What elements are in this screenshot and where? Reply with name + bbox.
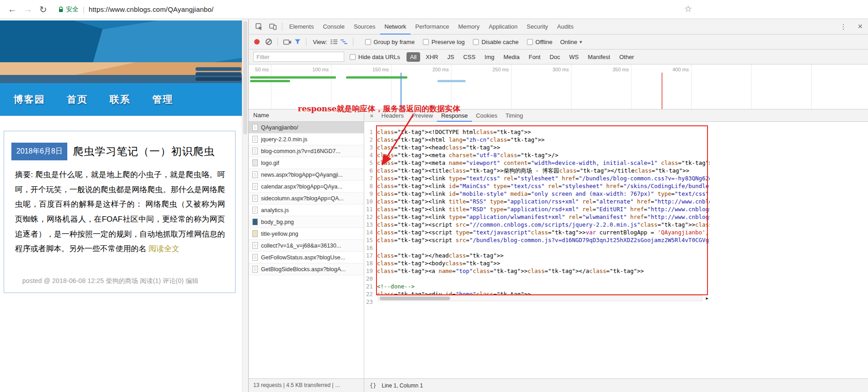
request-row[interactable]: jquery-2.2.0.min.js (249, 134, 364, 145)
request-row[interactable]: logo.gif (249, 157, 364, 169)
address-bar[interactable]: 安全 | https://www.cnblogs.com/QAyangjianb… (58, 5, 214, 14)
view-label: View: (313, 39, 327, 45)
filter-type-font[interactable]: Font (525, 52, 544, 62)
document-icon (252, 242, 258, 249)
code-text: class="tk-tag"><titleclass="tk-tag">>柴狗的… (377, 167, 689, 174)
response-code-line: 15class="tk-tag"><script src="/bundles/b… (364, 236, 710, 244)
devtools-tab-audits[interactable]: Audits (552, 19, 578, 35)
filter-type-xhr[interactable]: XHR (422, 52, 442, 62)
devtools-tab-sources[interactable]: Sources (349, 19, 380, 35)
response-code-line: 1class="tk-tag"><!DOCTYPE htmlclass="tk-… (364, 128, 710, 136)
request-name: analytics.js (261, 207, 289, 213)
checkbox-group-by-frame[interactable]: Group by frame (365, 39, 415, 45)
request-row[interactable]: calendar.aspx?blogApp=QAya... (249, 181, 364, 193)
response-subtab-timing[interactable]: Timing (502, 109, 527, 122)
filter-type-img[interactable]: Img (481, 52, 498, 62)
checkbox-offline[interactable]: Offline (527, 39, 552, 45)
scroll-right-icon[interactable]: ▸ (706, 295, 708, 301)
nav-item-[interactable]: 联系 (110, 93, 130, 106)
reload-button[interactable]: ↻ (35, 4, 51, 15)
request-row[interactable]: GetFollowStatus.aspx?blogUse... (249, 252, 364, 263)
filter-type-all[interactable]: All (406, 52, 420, 62)
document-icon (252, 254, 258, 261)
capture-screenshots-icon[interactable] (283, 39, 291, 45)
request-name: body_bg.png (261, 219, 294, 225)
nav-item-[interactable]: 博客园 (14, 93, 45, 106)
devtools-tab-network[interactable]: Network (380, 19, 411, 35)
request-row[interactable]: body_bg.png (249, 216, 364, 228)
script-icon (252, 207, 258, 213)
page-scrollbar-thumb[interactable] (243, 21, 247, 134)
filter-type-other[interactable]: Other (616, 52, 638, 62)
devtools-tab-console[interactable]: Console (318, 19, 349, 35)
back-button[interactable]: ← (5, 4, 20, 15)
code-text: class="tk-tag"><meta charset="utf-8"clas… (377, 151, 558, 159)
waterfall-overview-icon[interactable] (341, 39, 347, 45)
request-row[interactable]: analytics.js (249, 204, 364, 216)
image-icon (252, 159, 258, 166)
banner-bar-decoration (196, 72, 241, 76)
devtools-tabs: ElementsConsoleSourcesNetworkPerformance… (285, 19, 578, 35)
checkbox-preserve-log[interactable]: Preserve log (423, 39, 465, 45)
devtools-tab-elements[interactable]: Elements (285, 19, 318, 35)
forward-button[interactable]: → (20, 4, 35, 15)
filter-type-ws[interactable]: WS (566, 52, 582, 62)
request-row[interactable]: news.aspx?blogApp=QAyangji... (249, 169, 364, 181)
hide-data-urls-checkbox[interactable]: Hide data URLs (350, 54, 400, 60)
page-scrollbar[interactable] (242, 19, 248, 392)
line-number: 20 (364, 275, 377, 283)
device-toolbar-icon[interactable] (266, 19, 280, 35)
network-filter-bar: Hide data URLs AllXHRJSCSSImgMediaFontDo… (249, 50, 868, 65)
devtools-tab-security[interactable]: Security (522, 19, 552, 35)
bookmark-star-icon[interactable]: ☆ (684, 4, 692, 14)
code-text: class="tk-tag"><link type="application/w… (377, 213, 710, 221)
checkbox-disable-cache[interactable]: Disable cache (473, 39, 519, 45)
devtools-close-icon[interactable]: × (852, 22, 868, 31)
line-number: 9 (364, 190, 377, 198)
horizontal-scrollbar[interactable]: ▸ (378, 295, 702, 301)
filter-type-doc[interactable]: Doc (546, 52, 564, 62)
horizontal-scrollbar-thumb[interactable] (380, 297, 450, 300)
nav-item-[interactable]: 首页 (67, 93, 88, 106)
filter-type-css[interactable]: CSS (460, 52, 479, 62)
pretty-print-icon[interactable]: {} (370, 382, 376, 389)
devtools-tab-application[interactable]: Application (484, 19, 522, 35)
chevron-down-icon: ▾ (579, 39, 582, 45)
response-code-line: 13class="tk-tag"><script src="//common.c… (364, 221, 710, 228)
record-icon[interactable] (254, 39, 260, 45)
post-title[interactable]: 爬虫学习笔记（一）初识爬虫 (73, 144, 215, 159)
devtools-tab-performance[interactable]: Performance (411, 19, 453, 35)
filter-type-media[interactable]: Media (500, 52, 523, 62)
request-row[interactable]: sidecolumn.aspx?blogApp=QA... (249, 193, 364, 204)
response-code-line: 19class="tk-tag"><a name="top"class="tk-… (364, 267, 710, 275)
request-row[interactable]: title-yellow.png (249, 228, 364, 240)
security-badge[interactable]: 安全 (66, 5, 79, 14)
response-subtab-cookies[interactable]: Cookies (472, 109, 502, 122)
checkbox-label: Preserve log (431, 39, 465, 45)
request-row[interactable]: blog-common.js?v=d16NGD7... (249, 145, 364, 157)
request-row[interactable]: GetBlogSideBlocks.aspx?blogA... (249, 263, 364, 275)
request-name: calendar.aspx?blogApp=QAya... (261, 184, 342, 190)
devtools-tab-memory[interactable]: Memory (454, 19, 484, 35)
request-detail-pane: × HeadersPreviewResponseCookiesTiming 1c… (364, 109, 868, 378)
response-source-viewer[interactable]: 1class="tk-tag"><!DOCTYPE htmlclass="tk-… (364, 122, 710, 306)
request-name: sidecolumn.aspx?blogApp=QA... (261, 195, 344, 202)
request-row[interactable]: QAyangjianbo/ (249, 122, 364, 134)
devtools-menu-icon[interactable]: ⋮ (834, 23, 852, 31)
hide-data-urls-label: Hide data URLs (358, 54, 400, 60)
read-more-link[interactable]: 阅读全文 (149, 244, 180, 253)
network-overview-graph[interactable]: 50 ms100 ms150 ms200 ms250 ms300 ms350 m… (249, 65, 868, 109)
code-text: class="tk-tag"><script type="text/javasc… (377, 228, 710, 236)
inspect-element-icon[interactable] (252, 19, 266, 35)
line-number: 1 (364, 128, 377, 136)
request-row[interactable]: collect?v=1&_v=j68&a=36130... (249, 240, 364, 252)
small-rows-view-icon[interactable] (331, 39, 337, 45)
filter-funnel-icon[interactable] (295, 39, 301, 45)
filter-input[interactable] (253, 52, 344, 62)
filter-type-manifest[interactable]: Manifest (584, 52, 614, 62)
nav-item-[interactable]: 管理 (152, 93, 173, 106)
throttling-dropdown[interactable]: Online ▾ (560, 39, 582, 45)
url-text[interactable]: https://www.cnblogs.com/QAyangjianbo/ (89, 5, 214, 13)
filter-type-js[interactable]: JS (444, 52, 458, 62)
clear-icon[interactable] (266, 39, 272, 45)
